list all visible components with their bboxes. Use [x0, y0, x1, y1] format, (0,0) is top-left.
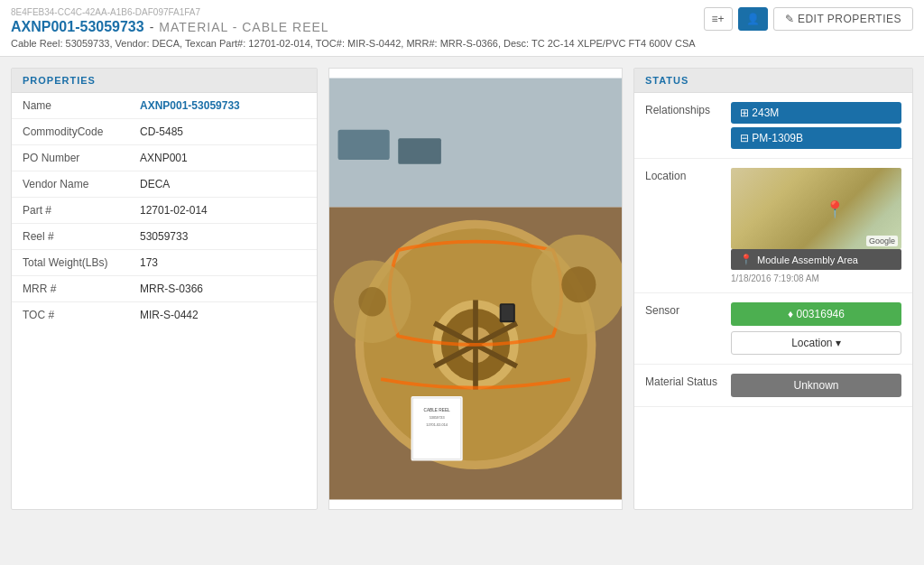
property-label: Total Weight(LBs) [12, 250, 129, 276]
pin-icon: 📍 [740, 254, 753, 265]
property-label: Reel # [12, 224, 129, 250]
property-label: Part # [12, 198, 129, 224]
sensor-row: Sensor ♦ 00316946 Location ▾ [634, 293, 912, 365]
title-id: AXNP001-53059733 [11, 19, 144, 35]
location-label: Location [645, 168, 722, 182]
relationship-btn-1[interactable]: ⊞ 243M [731, 102, 901, 124]
property-label: MRR # [12, 276, 129, 302]
property-label: Vendor Name [12, 171, 129, 198]
svg-rect-1 [338, 130, 390, 160]
material-status-label: Material Status [645, 374, 722, 388]
sensor-content: ♦ 00316946 Location ▾ [731, 302, 901, 355]
cable-reel-image: CABLE REEL 53059733 12701-02-014 [329, 69, 622, 509]
svg-point-20 [561, 266, 596, 302]
edit-properties-button[interactable]: ✎ EDIT PROPERTIES [773, 7, 913, 31]
map-container[interactable]: 📍 Google [731, 168, 901, 249]
material-status-badge: Unknown [731, 374, 901, 397]
properties-table: NameAXNP001-53059733CommodityCodeCD-5485… [12, 93, 317, 328]
property-label: PO Number [12, 145, 129, 171]
property-value: MRR-S-0366 [129, 276, 317, 302]
add-button[interactable]: ≡+ [704, 7, 733, 31]
title-type: MATERIAL - CABLE REEL [159, 20, 328, 34]
sensor-id-button[interactable]: ♦ 00316946 [731, 302, 901, 326]
property-row: Reel #53059733 [12, 224, 317, 250]
location-badge: 📍 Module Assembly Area [731, 249, 901, 270]
relationships-row: Relationships ⊞ 243M ⊟ PM-1309B [634, 93, 912, 159]
svg-rect-13 [412, 398, 460, 459]
property-row: CommodityCodeCD-5485 [12, 119, 317, 145]
relationship-btn-2[interactable]: ⊟ PM-1309B [731, 127, 901, 149]
guid: 8E4FEB34-CC4C-42AA-A1B6-DAF097FA1FA7 [11, 7, 696, 17]
location-badge-text: Module Assembly Area [757, 255, 858, 265]
property-value: CD-5485 [129, 119, 317, 145]
svg-text:12701-02-014: 12701-02-014 [426, 423, 448, 427]
material-status-content: Unknown [731, 374, 901, 397]
property-row: NameAXNP001-53059733 [12, 93, 317, 119]
location-row: Location 📍 Google 📍 Module Assembly Area… [634, 159, 912, 293]
top-bar-actions: ≡+ 👤 ✎ EDIT PROPERTIES [704, 7, 913, 31]
property-value: AXNP001 [129, 145, 317, 171]
svg-rect-18 [502, 305, 513, 320]
property-row: MRR #MRR-S-0366 [12, 276, 317, 302]
property-value: DECA [129, 171, 317, 198]
property-value: 12701-02-014 [129, 198, 317, 224]
sensor-label: Sensor [645, 302, 722, 317]
svg-text:53059733: 53059733 [430, 416, 445, 420]
map-pin-icon: 📍 [825, 199, 845, 219]
property-row: PO NumberAXNP001 [12, 145, 317, 171]
property-label: CommodityCode [12, 119, 129, 145]
properties-header: PROPERTIES [12, 69, 317, 93]
subtitle: Cable Reel: 53059733, Vendor: DECA, Texc… [11, 38, 696, 49]
sensor-location-button[interactable]: Location ▾ [731, 331, 901, 355]
relationships-label: Relationships [645, 102, 722, 116]
property-value: 173 [129, 250, 317, 276]
property-row: Part #12701-02-014 [12, 198, 317, 224]
status-panel: STATUS Relationships ⊞ 243M ⊟ PM-1309B L… [633, 68, 913, 510]
top-bar-left: 8E4FEB34-CC4C-42AA-A1B6-DAF097FA1FA7 AXN… [11, 7, 696, 49]
title-row: AXNP001-53059733 - MATERIAL - CABLE REEL [11, 19, 696, 35]
property-value: MIR-S-0442 [129, 302, 317, 329]
status-header: STATUS [634, 69, 912, 93]
svg-rect-2 [398, 138, 441, 164]
property-value: 53059733 [129, 224, 317, 250]
top-bar: 8E4FEB34-CC4C-42AA-A1B6-DAF097FA1FA7 AXN… [0, 0, 924, 57]
property-value: AXNP001-53059733 [129, 93, 317, 119]
location-timestamp: 1/18/2016 7:19:08 AM [731, 273, 901, 283]
user-button[interactable]: 👤 [738, 7, 768, 31]
property-row: TOC #MIR-S-0442 [12, 302, 317, 329]
title-separator: - [150, 20, 154, 34]
property-label: Name [12, 93, 129, 119]
location-content: 📍 Google 📍 Module Assembly Area 1/18/201… [731, 168, 901, 283]
image-panel: CABLE REEL 53059733 12701-02-014 [328, 68, 623, 510]
property-row: Vendor NameDECA [12, 171, 317, 198]
google-label: Google [866, 236, 898, 246]
property-row: Total Weight(LBs)173 [12, 250, 317, 276]
properties-panel: PROPERTIES NameAXNP001-53059733Commodity… [11, 68, 318, 510]
svg-point-22 [358, 287, 385, 316]
main-content: PROPERTIES NameAXNP001-53059733Commodity… [0, 57, 924, 521]
property-label: TOC # [12, 302, 129, 329]
svg-text:CABLE REEL: CABLE REEL [423, 408, 450, 412]
material-status-row: Material Status Unknown [634, 365, 912, 407]
relationships-content: ⊞ 243M ⊟ PM-1309B [731, 102, 901, 149]
